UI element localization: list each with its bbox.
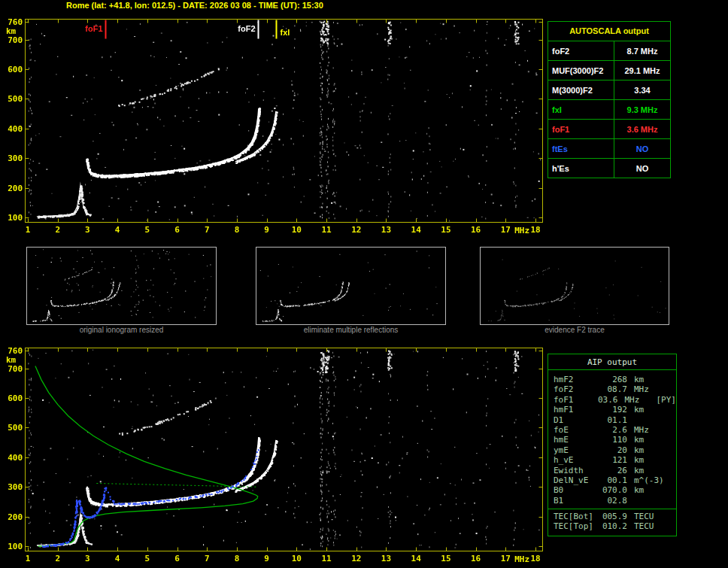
autoscala-param-value: 3.34 (614, 80, 670, 99)
aip-unit: km (634, 375, 669, 384)
aip-value: 070.0 (600, 485, 627, 495)
thumbnail-original-ionogram (26, 247, 217, 325)
thumbnail-caption-f2-trace: evidence F2 trace (480, 326, 669, 334)
aip-value: 110 (600, 435, 627, 445)
thumbnail-caption-no-multiples: eliminate multiple reflections (256, 326, 446, 334)
autoscala-window: Rome (lat: +41.8, lon: 012.5) - DATE: 20… (0, 0, 728, 568)
autoscala-row-fxi: fxI9.3 MHz (548, 100, 670, 120)
autoscala-row-muf-3000-f2: MUF(3000)F229.1 MHz (548, 61, 670, 80)
aip-value: 01.1 (600, 415, 627, 425)
autoscala-param-value: 3.6 MHz (614, 120, 670, 138)
aip-row-yme: ymE20km (548, 445, 676, 455)
thumbnail-no-multiples (256, 247, 446, 325)
aip-unit: MHz (634, 384, 669, 394)
autoscala-row-ftes: ftEsNO (548, 139, 670, 159)
autoscala-table-rows: foF28.7 MHzMUF(3000)F229.1 MHzM(3000)F23… (548, 41, 670, 178)
aip-name: ymE (554, 445, 600, 455)
aip-unit: TECU (634, 512, 669, 521)
thumbnail-f2-trace-canvas (481, 248, 669, 323)
autoscala-param-value: 29.1 MHz (614, 61, 670, 80)
aip-value: 26 (600, 466, 627, 475)
aip-name: hmF2 (554, 375, 600, 384)
aip-name: hmF1 (554, 405, 600, 415)
aip-value: 02.8 (600, 496, 627, 506)
aip-name: hmE (554, 435, 600, 445)
autoscala-param-value: NO (614, 139, 670, 158)
aip-row-foe: foE2.6MHz (548, 425, 676, 435)
aip-name: B0 (554, 485, 600, 495)
thumbnail-caption-original: original ionogram resized (26, 326, 217, 334)
autoscala-param-label: foF1 (548, 120, 614, 138)
aip-value: 03.6 (594, 395, 617, 405)
aip-value: 00.1 (600, 475, 627, 485)
aip-unit: km (634, 445, 669, 455)
aip-value: 2.6 (600, 425, 627, 435)
aip-unit: km (634, 466, 669, 475)
aip-row-tec-top-: TEC[Top]010.2TECU (548, 521, 676, 531)
aip-unit: MHz (624, 395, 654, 405)
aip-name: TEC[Bot] (554, 512, 600, 521)
aip-name: h_vE (554, 455, 600, 465)
aip-row-fof2: foF208.7MHz (548, 384, 676, 394)
autoscala-param-label: foF2 (548, 41, 614, 60)
autoscala-output-table: AUTOSCALA output foF28.7 MHzMUF(3000)F22… (548, 21, 671, 178)
aip-value: 268 (600, 375, 627, 384)
aip-row-hmf2: hmF2268km (548, 375, 676, 384)
autoscala-row-h-es: h'EsNO (548, 159, 670, 178)
aip-name: foF2 (554, 384, 600, 394)
aip-unit: MHz (634, 425, 669, 435)
aip-value: 08.7 (600, 384, 627, 394)
aip-name: DelN_vE (554, 475, 600, 485)
autoscala-param-label: ftEs (548, 139, 614, 158)
aip-row-hme: hmE110km (548, 435, 676, 445)
aip-output-table: AIP output hmF2268kmfoF208.7MHzfoF103.6M… (548, 354, 677, 536)
aip-name: Ewidth (554, 466, 600, 475)
aip-name: foF1 (554, 395, 594, 405)
aip-table-rows: hmF2268kmfoF208.7MHzfoF103.6MHz[PY]hmF11… (548, 375, 676, 506)
autoscala-param-label: MUF(3000)F2 (548, 61, 614, 80)
thumbnail-original-canvas (27, 248, 216, 323)
aip-value: 005.9 (600, 512, 627, 521)
aip-value: 121 (600, 455, 627, 465)
aip-unit: TECU (634, 521, 669, 531)
aip-row-hmf1: hmF1192km (548, 405, 676, 415)
autoscala-param-value: 9.3 MHz (614, 100, 670, 119)
autoscala-param-label: M(3000)F2 (548, 80, 614, 99)
autoscala-param-value: 8.7 MHz (614, 41, 670, 60)
autoscala-row-fof1: foF13.6 MHz (548, 120, 670, 139)
aip-value: 192 (600, 405, 627, 415)
aip-name: D1 (554, 415, 600, 425)
aip-name: TEC[Top] (554, 521, 600, 531)
thumbnail-no-multiples-canvas (256, 248, 445, 323)
aip-unit: m^(-3) (634, 475, 669, 485)
aip-unit: km (634, 485, 669, 495)
aip-row-tec-bot-: TEC[Bot]005.9TECU (548, 512, 676, 521)
aip-unit (634, 415, 669, 425)
aip-extra: [PY] (657, 395, 677, 405)
aip-row-b1: B102.8 (548, 496, 676, 506)
aip-value: 20 (600, 445, 627, 455)
autoscala-param-value: NO (614, 159, 670, 178)
autoscala-table-header: AUTOSCALA output (548, 22, 670, 41)
aip-row-d1: D101.1 (548, 415, 676, 425)
aip-value: 010.2 (600, 521, 627, 531)
autoscala-param-label: h'Es (548, 159, 614, 178)
aip-unit: km (634, 455, 669, 465)
autoscala-param-label: fxI (548, 100, 614, 119)
aip-unit (634, 496, 669, 506)
aip-row-ewidth: Ewidth26km (548, 466, 676, 475)
aip-unit: km (634, 405, 669, 415)
bottom-ionogram-plot (0, 341, 546, 568)
aip-table-header: AIP output (548, 354, 676, 370)
aip-row-b0: B0070.0km (548, 485, 676, 495)
autoscala-row-fof2: foF28.7 MHz (548, 41, 670, 61)
page-title: Rome (lat: +41.8, lon: 012.5) - DATE: 20… (66, 1, 323, 10)
aip-tec-rows: TEC[Bot]005.9TECUTEC[Top]010.2TECU (548, 509, 676, 532)
aip-name: foE (554, 425, 600, 435)
aip-row-h-ve: h_vE121km (548, 455, 676, 465)
aip-unit: km (634, 435, 669, 445)
autoscala-row-m-3000-f2: M(3000)F23.34 (548, 80, 670, 100)
aip-name: B1 (554, 496, 600, 506)
aip-row-deln-ve: DelN_vE00.1m^(-3) (548, 475, 676, 485)
top-ionogram-plot (0, 12, 546, 238)
